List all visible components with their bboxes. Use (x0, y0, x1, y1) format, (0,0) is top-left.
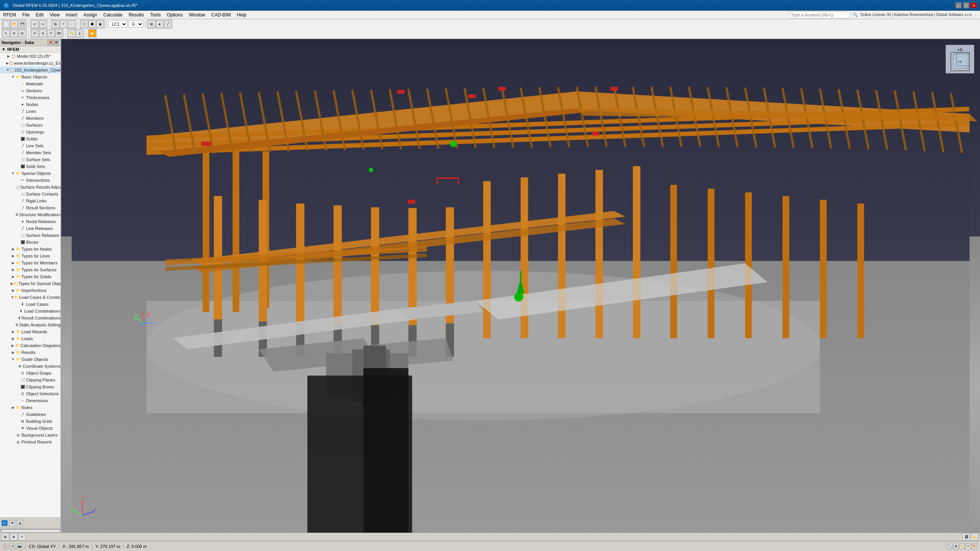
lc-type-select[interactable]: G Q S (128, 21, 144, 28)
snap-grid-btn[interactable]: ⊞ (148, 20, 155, 28)
snap-line-btn[interactable]: ╱ (164, 20, 172, 28)
project-item-2[interactable]: ▶ 📋 www.timberdesign.cz_Ester-Tower-in-J… (0, 60, 60, 67)
menu-calculate[interactable]: Calculate (100, 11, 126, 19)
view-front-btn[interactable]: F (31, 29, 39, 37)
close-button[interactable]: ✕ (971, 2, 977, 8)
results-folder[interactable]: ▶ 📁 Results (0, 349, 60, 356)
load-combis-item[interactable]: ⬇ Load Combinations (0, 308, 60, 315)
openings-item[interactable]: ⬡ Openings (0, 129, 60, 135)
solids-item[interactable]: ⬛ Solids (0, 135, 60, 142)
notes-folder[interactable]: ▶ 📁 Notes (0, 404, 60, 411)
status-icon4[interactable]: ✂ (965, 544, 971, 549)
clipping-boxes-item[interactable]: ⬛ Clipping Boxes (0, 383, 60, 390)
view-side-btn[interactable]: S (39, 29, 47, 37)
object-selections-item[interactable]: ⊡ Object Selections (0, 390, 60, 397)
rigid-links-item[interactable]: ╱ Rigid Links (0, 197, 60, 204)
blocks-item[interactable]: ⬛ Blocks (0, 239, 60, 246)
lines-item[interactable]: ╱ Lines (0, 108, 60, 115)
calc-diagrams-folder[interactable]: ▶ 📁 Calculation Diagrams (0, 342, 60, 349)
background-layers-item[interactable]: 🗂 Background Layers (0, 432, 60, 439)
nav-close-btn[interactable]: ✕ (54, 40, 59, 45)
save-btn[interactable]: 💾 (18, 20, 26, 28)
nav-hscrollbar[interactable] (0, 528, 60, 533)
minimize-button[interactable]: – (956, 2, 962, 8)
clipping-planes-item[interactable]: ⬜ Clipping Planes (0, 377, 60, 383)
members-item[interactable]: ╱ Members (0, 115, 60, 122)
solidsets-item[interactable]: ⬛ Solid Sets (0, 163, 60, 170)
status-icon5[interactable]: 🎨 (972, 544, 977, 549)
guidelines-item[interactable]: ╱ Guidelines (0, 411, 60, 418)
view-3d-btn[interactable]: 3D (55, 29, 63, 37)
types-lines-folder[interactable]: ▶ 📁 Types for Lines (0, 253, 60, 259)
maximize-button[interactable]: □ (963, 2, 969, 8)
zoom-in-btn[interactable]: + (60, 20, 67, 28)
status-cam-btn[interactable]: 📷 (17, 544, 22, 549)
nodes-item[interactable]: ● Nodes (0, 101, 60, 108)
select-all-btn[interactable]: ⊡ (18, 29, 26, 37)
status-icon3[interactable]: 📏 (959, 544, 965, 549)
nav-pin-btn[interactable]: 📌 (47, 40, 53, 45)
zoom-fit-btn[interactable]: ⊞ (52, 20, 59, 28)
building-grids-item[interactable]: ⊞ Building Grids (0, 418, 60, 425)
menu-insert[interactable]: Insert (63, 11, 80, 19)
view-icons-btn[interactable]: 🖼 (962, 533, 970, 541)
solid-btn[interactable]: ⬢ (88, 20, 96, 28)
load-cases-item[interactable]: ⬇ Load Cases (0, 301, 60, 308)
view-cube-face[interactable]: +X (951, 52, 970, 71)
angle-btn[interactable]: ∠ (76, 29, 83, 37)
view-cube[interactable]: +X +X (946, 45, 974, 73)
menu-rfem[interactable]: RFEM (0, 11, 19, 19)
ortho-btn[interactable]: ⊕ (10, 533, 18, 541)
surfaces-item[interactable]: ⬜ Surfaces (0, 122, 60, 129)
snap-node-btn[interactable]: ● (156, 20, 163, 28)
render-btn[interactable]: ◉ (96, 20, 104, 28)
measure-btn[interactable]: 📏 (68, 29, 75, 37)
status-snap-btn[interactable]: ⊡ (10, 544, 15, 549)
imperfections-folder[interactable]: ▶ 📁 Imperfections (0, 287, 60, 294)
deselect-btn[interactable]: ✕ (10, 29, 18, 37)
object-snaps-item[interactable]: ⊡ Object Snaps (0, 370, 60, 377)
tree-root-rfem[interactable]: ▼ RFEM (0, 46, 60, 53)
menu-help[interactable]: Help (234, 11, 250, 19)
menu-options[interactable]: Options (164, 11, 186, 19)
search-input[interactable] (789, 11, 850, 18)
membersets-item[interactable]: ╱ Member Sets (0, 149, 60, 156)
new-btn[interactable]: 📄 (2, 20, 10, 28)
menu-cadbim[interactable]: CAD-BIM (208, 11, 234, 19)
load-wizards-folder[interactable]: ▶ 📁 Load Wizards (0, 328, 60, 335)
types-members-folder[interactable]: ▶ 📁 Types for Members (0, 259, 60, 266)
types-special-folder[interactable]: ▶ 📁 Types for Special Objects (0, 280, 60, 287)
wireframe-btn[interactable]: ⬡ (80, 20, 88, 28)
loadcases-folder[interactable]: ▼ 📁 Load Cases & Combinations (0, 294, 60, 301)
select-btn[interactable]: ↖ (2, 29, 10, 37)
static-analysis-item[interactable]: ⚙ Static Analysis Settings (0, 321, 60, 328)
sections-item[interactable]: ▭ Sections (0, 87, 60, 94)
nav-display-btn[interactable]: 👁 (9, 520, 15, 526)
thicknesses-item[interactable]: ≡ Thicknesses (0, 94, 60, 101)
intersections-item[interactable]: ✂ Intersections (0, 177, 60, 184)
nav-print-btn[interactable]: 🖨 (17, 520, 23, 526)
view-top-btn[interactable]: T (47, 29, 55, 37)
menu-assign[interactable]: Assign (80, 11, 100, 19)
surface-releases-item[interactable]: ⬜ Surface Releases (0, 232, 60, 239)
menu-view[interactable]: View (47, 11, 63, 19)
types-nodes-folder[interactable]: ▶ 📁 Types for Nodes (0, 246, 60, 253)
snap-toggle-btn[interactable]: ⊞ (2, 533, 9, 541)
project-item-3[interactable]: ▼ 📋 153_Kindergarten_C[www.agabau.at.rf5… (0, 67, 60, 73)
visual-objects-item[interactable]: 👁 Visual Objects (0, 425, 60, 432)
status-view-btn[interactable]: 🏠 (3, 544, 8, 549)
status-icon2[interactable]: ⊞ (953, 544, 959, 549)
surface-contacts-item[interactable]: ⬜ Surface Contacts (0, 191, 60, 197)
project-item-1[interactable]: ▶ 📋 Model 002 (2).rf5* (0, 53, 60, 60)
result-sections-item[interactable]: ╱ Result Sections (0, 204, 60, 211)
loads-folder[interactable]: ▶ 📁 Loads (0, 335, 60, 342)
surfacesets-item[interactable]: ⬜ Surface Sets (0, 156, 60, 163)
lc-select[interactable]: LC1 LC2 LC3 (108, 21, 127, 28)
materials-item[interactable]: 🔸 Materials (0, 80, 60, 87)
surface-results-adj-item[interactable]: ⬜ Surface Results Adjustments (0, 184, 60, 191)
printout-reports-item[interactable]: 🖨 Printout Reports (0, 439, 60, 445)
redo-btn[interactable]: ↪ (39, 20, 47, 28)
menu-edit[interactable]: Edit (33, 11, 47, 19)
perspective-btn[interactable]: 📐 (971, 533, 978, 541)
menu-window[interactable]: Window (186, 11, 208, 19)
